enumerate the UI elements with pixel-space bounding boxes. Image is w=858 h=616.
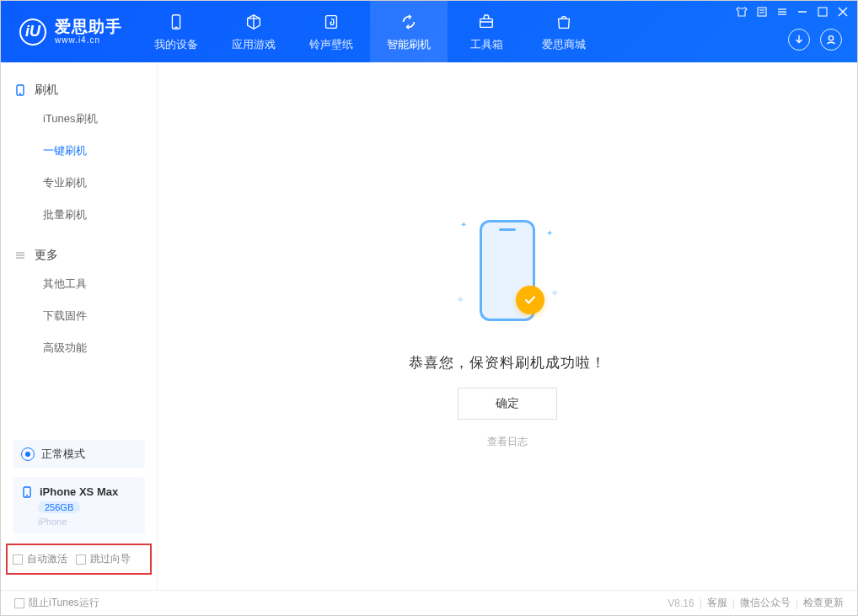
minimize-icon[interactable] <box>796 6 808 18</box>
svg-rect-3 <box>480 19 493 27</box>
main-nav: 我的设备 应用游戏 铃声壁纸 智能刷机 工具箱 爱思商城 <box>137 1 603 62</box>
nav-store[interactable]: 爱思商城 <box>525 1 603 62</box>
list-icon <box>14 249 26 261</box>
maximize-icon[interactable] <box>817 6 829 18</box>
logo: iU 爱思助手 www.i4.cn <box>1 19 137 46</box>
logo-icon: iU <box>19 19 46 46</box>
refresh-icon <box>399 12 419 32</box>
nav-smart-flash[interactable]: 智能刷机 <box>370 1 448 62</box>
app-title: 爱思助手 <box>55 19 122 36</box>
device-card[interactable]: iPhone XS Max 256GB iPhone <box>13 477 145 533</box>
sidebar-item-pro-flash[interactable]: 专业刷机 <box>1 167 157 199</box>
app-window: iU 爱思助手 www.i4.cn 我的设备 应用游戏 铃声壁纸 智能刷机 <box>0 0 858 616</box>
checkbox-icon <box>76 554 86 565</box>
sidebar: 刷机 iTunes刷机 一键刷机 专业刷机 批量刷机 更多 其他工具 下载固件 … <box>1 62 158 590</box>
body: 刷机 iTunes刷机 一键刷机 专业刷机 批量刷机 更多 其他工具 下载固件 … <box>1 62 857 590</box>
close-icon[interactable] <box>837 6 849 18</box>
window-controls <box>736 6 849 18</box>
version-label: V8.16 <box>668 597 694 609</box>
ok-button[interactable]: 确定 <box>458 388 557 420</box>
device-mode-label: 正常模式 <box>41 447 85 462</box>
sidebar-item-onekey-flash[interactable]: 一键刷机 <box>1 135 157 167</box>
sidebar-item-download-firmware[interactable]: 下载固件 <box>1 300 157 332</box>
link-check-update[interactable]: 检查更新 <box>803 596 844 610</box>
menu-icon[interactable] <box>776 6 788 18</box>
statusbar: 阻止iTunes运行 V8.16 | 客服 | 微信公众号 | 检查更新 <box>1 590 857 615</box>
music-icon <box>321 12 341 32</box>
device-storage: 256GB <box>38 501 80 513</box>
header-right <box>788 29 842 51</box>
svg-point-14 <box>829 36 833 40</box>
sidebar-item-batch-flash[interactable]: 批量刷机 <box>1 199 157 231</box>
nav-toolbox[interactable]: 工具箱 <box>448 1 525 62</box>
success-illustration: ✦ ✦ ✧ ✧ <box>448 203 566 338</box>
sidebar-item-itunes-flash[interactable]: iTunes刷机 <box>1 103 157 135</box>
cube-icon <box>244 12 264 32</box>
svg-rect-4 <box>758 8 766 16</box>
note-icon[interactable] <box>756 6 768 18</box>
sparkle-icon: ✧ <box>457 295 464 304</box>
checkbox-auto-activate[interactable]: 自动激活 <box>13 552 67 566</box>
device-name: iPhone XS Max <box>40 485 118 498</box>
sidebar-section-more: 更多 <box>1 243 157 268</box>
link-support[interactable]: 客服 <box>707 596 727 610</box>
checkbox-icon <box>14 598 24 608</box>
nav-apps-games[interactable]: 应用游戏 <box>215 1 292 62</box>
success-badge-icon <box>516 286 544 314</box>
checkbox-icon <box>13 554 23 565</box>
view-log-link[interactable]: 查看日志 <box>487 435 528 449</box>
mode-icon <box>21 447 35 461</box>
device-mode-chip[interactable]: 正常模式 <box>13 440 145 469</box>
sparkle-icon: ✧ <box>551 288 558 297</box>
toolbox-icon <box>476 12 496 32</box>
account-button[interactable] <box>820 29 842 51</box>
options-highlight-box: 自动激活 跳过向导 <box>6 544 152 575</box>
svg-rect-11 <box>818 8 827 16</box>
bag-icon <box>554 12 574 32</box>
sparkle-icon: ✦ <box>460 220 467 229</box>
sidebar-item-other-tools[interactable]: 其他工具 <box>1 268 157 300</box>
main-content: ✦ ✦ ✧ ✧ 恭喜您，保资料刷机成功啦！ 确定 查看日志 <box>158 62 857 590</box>
device-icon <box>166 12 186 32</box>
sparkle-icon: ✦ <box>546 228 553 238</box>
nav-my-device[interactable]: 我的设备 <box>137 1 215 62</box>
sidebar-section-flash: 刷机 <box>1 78 157 103</box>
header: iU 爱思助手 www.i4.cn 我的设备 应用游戏 铃声壁纸 智能刷机 <box>1 1 857 62</box>
device-kind: iPhone <box>38 517 137 527</box>
shirt-icon[interactable] <box>736 6 748 18</box>
nav-ringtones[interactable]: 铃声壁纸 <box>292 1 370 62</box>
success-message: 恭喜您，保资料刷机成功啦！ <box>409 353 606 372</box>
download-button[interactable] <box>788 29 810 51</box>
link-wechat[interactable]: 微信公众号 <box>740 596 791 610</box>
device-phone-icon <box>21 486 33 498</box>
app-subtitle: www.i4.cn <box>55 35 122 45</box>
checkbox-skip-wizard[interactable]: 跳过向导 <box>76 552 131 566</box>
sidebar-section-more-title: 更多 <box>35 248 58 263</box>
sidebar-item-advanced[interactable]: 高级功能 <box>1 332 157 364</box>
checkbox-block-itunes[interactable]: 阻止iTunes运行 <box>14 596 99 610</box>
sidebar-section-flash-title: 刷机 <box>35 83 58 98</box>
logo-text: 爱思助手 www.i4.cn <box>55 19 122 46</box>
device-panel: 正常模式 iPhone XS Max 256GB iPhone <box>13 440 145 533</box>
phone-icon <box>14 84 26 96</box>
